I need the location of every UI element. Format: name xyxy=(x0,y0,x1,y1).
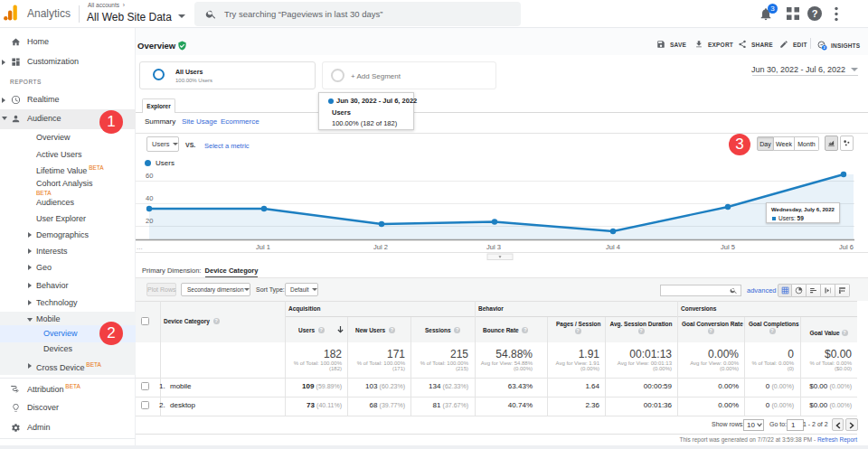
svg-text:Jul 1: Jul 1 xyxy=(256,243,270,251)
svg-text:Jul 4: Jul 4 xyxy=(606,243,620,251)
svg-text:60: 60 xyxy=(146,172,153,180)
svg-text:Jul 2: Jul 2 xyxy=(373,243,388,251)
svg-text:20: 20 xyxy=(146,217,153,225)
svg-text:Jul 5: Jul 5 xyxy=(721,243,735,251)
svg-text:40: 40 xyxy=(146,194,153,202)
svg-text:...: ... xyxy=(137,243,143,251)
svg-text:Jul 3: Jul 3 xyxy=(486,243,501,251)
svg-text:Jul 6: Jul 6 xyxy=(839,243,854,251)
